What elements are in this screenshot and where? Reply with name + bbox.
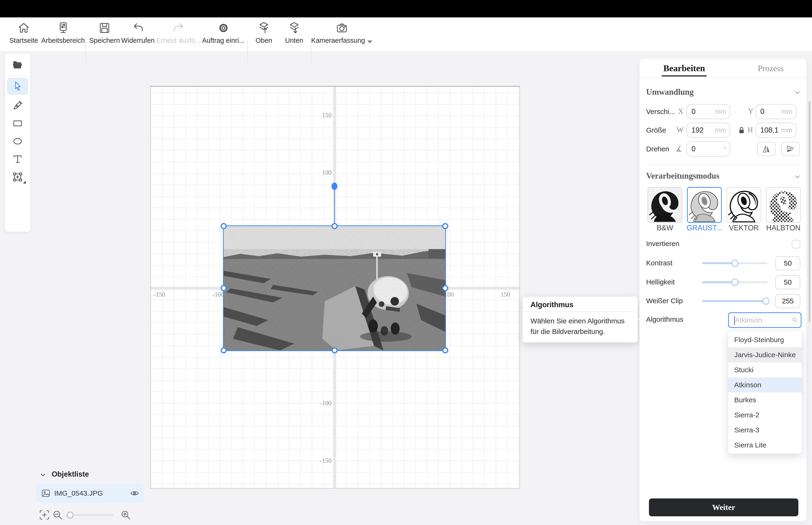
dropdown-item-sierra-3[interactable]: Sierra-3 xyxy=(728,422,802,438)
width-input[interactable] xyxy=(687,126,718,135)
frame-capture-tool[interactable] xyxy=(7,168,28,185)
panel-scrollbar[interactable] xyxy=(809,101,810,322)
camera-capture-label: Kameraerfassung xyxy=(311,37,373,44)
mode-bw-label[interactable]: B&W xyxy=(645,224,685,232)
camera-capture-button[interactable]: Kameraerfassung xyxy=(312,17,371,51)
send-down-button[interactable]: Unten xyxy=(282,17,306,51)
mode-grayscale-label[interactable]: GRAUST... xyxy=(685,224,724,232)
next-button[interactable]: Weiter xyxy=(649,498,798,516)
design-canvas[interactable]: 150 100 -100 -150 -150 -100 100 150 xyxy=(150,86,520,489)
dropdown-item-burkes[interactable]: Burkes xyxy=(728,392,802,407)
size-label: Größe xyxy=(646,126,666,134)
dropdown-item-sierra-lite[interactable]: Sierra Lite xyxy=(728,438,802,453)
fit-to-screen-button[interactable] xyxy=(38,509,51,521)
dropdown-item-jarvis-judice-ninke[interactable]: Jarvis-Judice-Ninke xyxy=(728,347,802,362)
save-button[interactable]: Speichern xyxy=(89,17,120,51)
chevron-down-icon[interactable] xyxy=(794,89,801,96)
handle-mid-left[interactable] xyxy=(220,285,227,291)
canvas-image[interactable] xyxy=(224,226,445,350)
search-icon xyxy=(791,316,799,324)
algorithm-combobox[interactable] xyxy=(728,312,801,328)
object-list-item[interactable]: IMG_0543.JPG xyxy=(36,484,144,503)
mode-halftone-label[interactable]: HALBTON xyxy=(764,224,803,232)
handle-bottom-left[interactable] xyxy=(220,347,227,354)
text-caret xyxy=(734,316,735,325)
workspace-button[interactable]: Arbeitsbereich xyxy=(41,17,85,51)
job-setup-button[interactable]: Auftrag einri... xyxy=(202,17,245,51)
zoom-out-button[interactable] xyxy=(51,509,64,521)
mode-grayscale-card[interactable] xyxy=(687,187,722,223)
tab-prozess[interactable]: Prozess xyxy=(747,63,794,73)
invert-checkbox[interactable] xyxy=(792,240,800,249)
white-clip-slider-thumb[interactable] xyxy=(763,298,769,304)
algorithm-tooltip: Algorithmus Wählen Sie einen Algorithmus… xyxy=(523,297,638,342)
divider xyxy=(640,77,806,77)
mode-grayscale-thumbnail xyxy=(688,188,721,222)
home-button[interactable]: Startseite xyxy=(9,17,39,51)
mode-vector-label[interactable]: VEKTOR xyxy=(724,224,764,232)
x-input[interactable] xyxy=(687,107,718,116)
dropdown-item-stucki[interactable]: Stucki xyxy=(728,362,802,377)
lock-icon[interactable] xyxy=(736,124,747,136)
white-clip-value[interactable]: 255 xyxy=(775,294,800,308)
flip-horizontal-button[interactable] xyxy=(757,142,776,156)
text-icon xyxy=(12,153,24,165)
y-input-field: mm xyxy=(755,104,796,119)
undo-icon xyxy=(131,21,145,35)
rectangle-tool[interactable] xyxy=(7,115,28,132)
send-down-label: Unten xyxy=(285,37,303,44)
handle-top-center[interactable] xyxy=(332,223,338,229)
bring-up-button[interactable]: Oben xyxy=(253,17,274,51)
open-file-button[interactable] xyxy=(7,56,28,73)
move-label: Verschi... xyxy=(646,108,675,116)
mode-vector-card[interactable] xyxy=(726,187,761,223)
ruler-label: 150 xyxy=(303,111,332,119)
ruler-label: 150 xyxy=(484,291,510,298)
rotate-handle[interactable] xyxy=(332,183,337,190)
contrast-label: Kontrast xyxy=(646,259,672,267)
object-name: IMG_0543.JPG xyxy=(54,489,129,497)
handle-top-right[interactable] xyxy=(442,223,448,229)
mode-halftone-card[interactable] xyxy=(766,187,801,223)
select-tool[interactable] xyxy=(7,78,28,95)
handle-mid-right[interactable] xyxy=(442,285,448,291)
save-label: Speichern xyxy=(89,37,120,44)
rotate-input[interactable] xyxy=(687,145,718,153)
workspace-label: Arbeitsbereich xyxy=(41,37,85,44)
contrast-value[interactable]: 50 xyxy=(775,256,800,270)
tab-bearbeiten[interactable]: Bearbeiten xyxy=(662,63,707,73)
white-clip-slider-track[interactable] xyxy=(702,300,768,302)
ruler-label: -150 xyxy=(139,291,165,298)
text-tool[interactable] xyxy=(7,151,28,168)
brightness-value[interactable]: 50 xyxy=(775,275,800,289)
visibility-eye-icon[interactable] xyxy=(129,488,140,498)
dropdown-item-floyd-steinburg[interactable]: Floyd-Steinburg xyxy=(728,332,802,347)
zoom-slider-thumb[interactable] xyxy=(67,512,73,518)
pen-tool[interactable] xyxy=(7,97,28,114)
zoom-in-button[interactable] xyxy=(119,509,132,521)
handle-bottom-right[interactable] xyxy=(442,347,448,354)
height-input[interactable] xyxy=(756,126,785,135)
tooltip-body: Wählen Sie einen Algorithmus für die Bil… xyxy=(531,316,630,337)
dropdown-item-sierra-2[interactable]: Sierra-2 xyxy=(728,407,802,422)
gear-icon xyxy=(216,21,231,35)
dropdown-item-atkinson[interactable]: Atkinson xyxy=(728,377,802,392)
algorithm-search-input[interactable] xyxy=(729,316,790,324)
ellipse-tool[interactable] xyxy=(7,133,28,150)
chevron-down-icon[interactable] xyxy=(794,173,801,180)
mode-bw-card[interactable] xyxy=(647,187,682,223)
h-label: H xyxy=(748,126,753,134)
zoom-slider-track[interactable] xyxy=(66,514,113,516)
pen-icon xyxy=(12,100,24,111)
redo-button[interactable]: Erneut ausfü... xyxy=(157,17,200,51)
handle-top-left[interactable] xyxy=(220,223,227,229)
undo-button[interactable]: Widerrufen xyxy=(120,17,155,51)
y-input[interactable] xyxy=(756,107,785,116)
brightness-slider-thumb[interactable] xyxy=(731,279,738,286)
flip-vertical-button[interactable] xyxy=(781,142,799,156)
layer-down-icon xyxy=(287,21,302,35)
contrast-slider-thumb[interactable] xyxy=(731,260,738,267)
rotate-input-field: ° xyxy=(686,141,730,156)
collapse-chevron-icon[interactable] xyxy=(40,471,47,479)
handle-bottom-center[interactable] xyxy=(332,347,338,354)
